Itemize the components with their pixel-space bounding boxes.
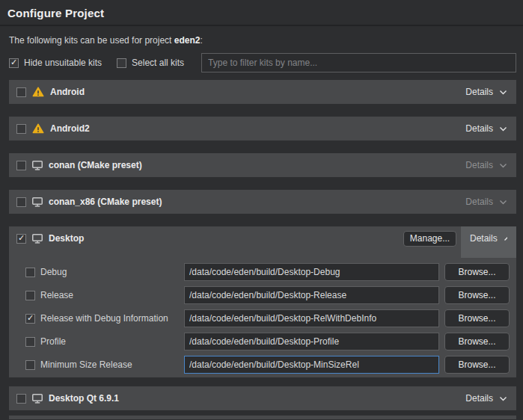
kit-name: conan_x86 (CMake preset) bbox=[49, 197, 162, 207]
desktop-icon bbox=[32, 161, 43, 170]
kit-name: Desktop Qt 6.9.1 bbox=[49, 393, 119, 404]
build-dir-input-release[interactable] bbox=[184, 286, 439, 304]
desktop-icon bbox=[32, 234, 43, 244]
build-config-checkbox[interactable]: ✓ bbox=[25, 314, 35, 324]
browse-button[interactable]: Browse... bbox=[444, 309, 510, 327]
kit-checkbox[interactable]: ✓ bbox=[16, 124, 26, 134]
build-config-label: Release with Debug Information bbox=[40, 313, 184, 324]
details-label: Details bbox=[465, 123, 493, 134]
kit-name: Android2 bbox=[50, 123, 90, 134]
kit-checkbox[interactable]: ✓ bbox=[16, 161, 26, 170]
hide-unsuitable-kits-option: ✓ Hide unsuitable kits bbox=[9, 58, 102, 68]
hide-unsuitable-kits-label: Hide unsuitable kits bbox=[24, 58, 102, 68]
build-config-label: Release bbox=[40, 290, 184, 300]
build-config-row-relwithdebinfo: ✓ Release with Debug Information Browse.… bbox=[25, 309, 510, 327]
details-label: Details bbox=[465, 197, 493, 207]
kit-row-android: ✓ Android Details bbox=[9, 80, 516, 104]
kit-checkbox[interactable]: ✓ bbox=[16, 234, 26, 244]
details-button[interactable]: Details bbox=[464, 87, 509, 97]
build-config-label: Debug bbox=[40, 267, 184, 277]
partial-kit-row bbox=[9, 416, 516, 419]
chevron-down-icon bbox=[499, 163, 507, 168]
chevron-up-icon bbox=[504, 236, 507, 241]
details-button[interactable]: Details bbox=[464, 197, 509, 207]
kit-name: Android bbox=[50, 87, 85, 97]
build-config-checkbox[interactable]: ✓ bbox=[25, 360, 35, 370]
select-all-kits-label: Select all kits bbox=[132, 58, 184, 68]
kit-row-desktop: ✓ Desktop Manage... Details bbox=[9, 226, 516, 250]
select-all-kits-option: ✓ Select all kits bbox=[117, 58, 184, 68]
build-dir-input-minsizerel[interactable] bbox=[184, 356, 439, 374]
kit-filter-input[interactable] bbox=[201, 53, 516, 72]
kit-row-android2: ✓ Android2 Details bbox=[9, 117, 516, 140]
build-config-label: Profile bbox=[40, 336, 184, 347]
desktop-icon bbox=[32, 394, 43, 404]
kit-checkbox[interactable]: ✓ bbox=[16, 87, 26, 97]
kit-checkbox[interactable]: ✓ bbox=[16, 197, 26, 207]
hide-unsuitable-kits-checkbox[interactable]: ✓ bbox=[9, 58, 19, 68]
warning-icon bbox=[32, 87, 44, 97]
build-config-row-minsizerel: ✓ Minimum Size Release Browse... bbox=[25, 356, 510, 374]
build-dir-input-profile[interactable] bbox=[184, 333, 439, 350]
details-label: Details bbox=[465, 160, 493, 170]
page-title: Configure Project bbox=[7, 7, 516, 19]
manage-button[interactable]: Manage... bbox=[403, 231, 456, 247]
details-button[interactable]: Details bbox=[464, 393, 509, 404]
page-header: Configure Project bbox=[0, 0, 523, 26]
details-button[interactable]: Details bbox=[464, 123, 509, 134]
build-config-row-release: ✓ Release Browse... bbox=[25, 286, 510, 304]
browse-button[interactable]: Browse... bbox=[444, 263, 510, 281]
project-name: eden2 bbox=[174, 35, 201, 46]
kit-name: conan (CMake preset) bbox=[49, 160, 142, 170]
kit-row-desktop-qt: ✓ Desktop Qt 6.9.1 Details bbox=[9, 386, 516, 410]
chevron-down-icon bbox=[499, 200, 507, 205]
details-label: Details bbox=[470, 233, 498, 244]
build-config-checkbox[interactable]: ✓ bbox=[25, 337, 35, 347]
chevron-down-icon bbox=[499, 126, 507, 132]
kit-filter-controls: ✓ Hide unsuitable kits ✓ Select all kits bbox=[9, 53, 516, 72]
details-button[interactable]: Details bbox=[464, 160, 509, 170]
browse-button[interactable]: Browse... bbox=[444, 356, 510, 374]
details-label: Details bbox=[465, 87, 493, 97]
build-dir-input-debug[interactable] bbox=[184, 263, 439, 281]
build-config-checkbox[interactable]: ✓ bbox=[25, 268, 35, 277]
select-all-kits-checkbox[interactable]: ✓ bbox=[117, 58, 126, 68]
warning-icon bbox=[32, 123, 44, 134]
build-config-checkbox[interactable]: ✓ bbox=[25, 291, 35, 300]
kit-name: Desktop bbox=[49, 233, 84, 244]
kit-list: ✓ Android Details ✓ Android2 Details ✓ c… bbox=[9, 80, 516, 410]
chevron-down-icon bbox=[499, 90, 507, 95]
chevron-down-icon bbox=[499, 396, 507, 401]
kit-row-conan: ✓ conan (CMake preset) Details bbox=[9, 153, 516, 177]
intro-text: The following kits can be used for proje… bbox=[9, 35, 516, 46]
kit-checkbox[interactable]: ✓ bbox=[16, 394, 26, 404]
kit-row-conan-x86: ✓ conan_x86 (CMake preset) Details bbox=[9, 190, 516, 214]
kit-section-desktop: ✓ Desktop Manage... Details ✓ Debug Brow… bbox=[9, 226, 516, 377]
build-config-row-profile: ✓ Profile Browse... bbox=[25, 333, 510, 350]
build-config-label: Minimum Size Release bbox=[40, 359, 184, 370]
build-config-row-debug: ✓ Debug Browse... bbox=[25, 263, 510, 281]
browse-button[interactable]: Browse... bbox=[444, 333, 510, 350]
desktop-icon bbox=[32, 197, 43, 207]
browse-button[interactable]: Browse... bbox=[444, 286, 510, 304]
build-dir-input-relwithdebinfo[interactable] bbox=[184, 309, 439, 327]
details-label: Details bbox=[465, 393, 493, 404]
details-button-expanded[interactable]: Details bbox=[468, 233, 509, 244]
